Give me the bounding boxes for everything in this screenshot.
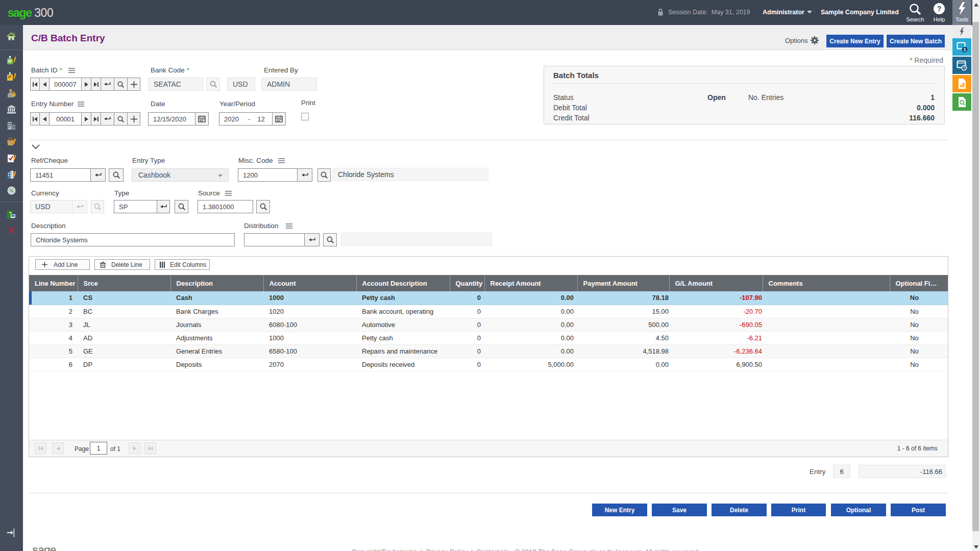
svg-text:?: ?: [937, 5, 942, 13]
svg-text:1: 1: [964, 47, 966, 52]
